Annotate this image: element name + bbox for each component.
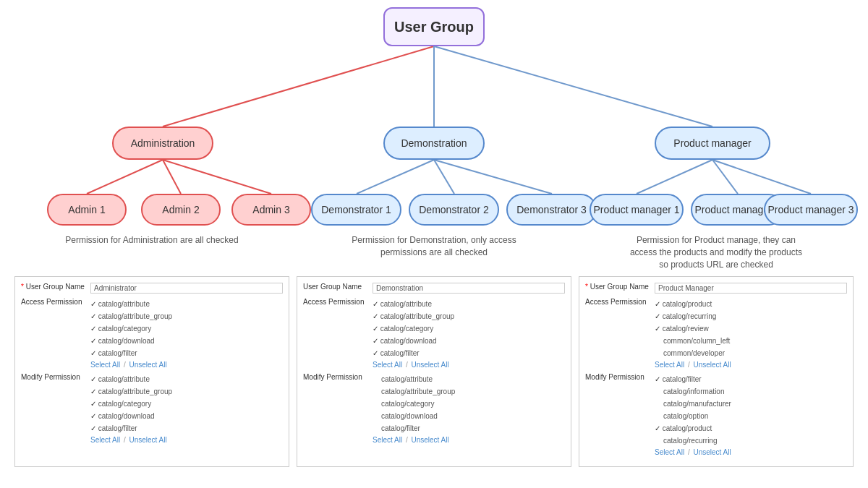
demo-access-label: Access Permission [303, 298, 368, 306]
pm-modify-items: catalog/filter catalog/information catal… [655, 373, 731, 447]
admin-modify-links: Select All / Unselect All [90, 436, 172, 444]
demo1-label: Demonstrator 1 [321, 204, 391, 215]
pm3-node[interactable]: Product manager 3 [764, 194, 858, 226]
svg-line-7 [434, 160, 454, 194]
demo-access-links: Select All / Unselect All [373, 361, 454, 369]
pm-access-links: Select All / Unselect All [655, 361, 731, 369]
demo-name-input[interactable]: Demonstration [373, 283, 565, 294]
demo2-label: Demonstrator 2 [419, 204, 488, 215]
demo-description: Permission for Demonstration, only acces… [297, 234, 571, 270]
admin3-label: Admin 3 [252, 204, 289, 215]
svg-line-4 [163, 160, 181, 194]
demo3-label: Demonstrator 3 [516, 204, 586, 215]
demo-node[interactable]: Demonstration [383, 127, 485, 160]
svg-line-9 [637, 160, 712, 194]
admin-label: Administration [131, 137, 195, 149]
pm-modify-label: Modify Permission [585, 373, 650, 381]
demo2-node[interactable]: Demonstrator 2 [409, 194, 499, 226]
admin-node[interactable]: Administration [112, 127, 213, 160]
pm-node[interactable]: Product manager [655, 127, 770, 160]
root-node[interactable]: User Group [383, 7, 485, 46]
demo-label: Demonstration [401, 137, 467, 149]
pm3-label: Product manager 3 [767, 204, 854, 215]
demo-modify-unselect-all[interactable]: Unselect All [411, 436, 448, 444]
svg-line-8 [434, 160, 552, 194]
admin-access-label: Access Permission [21, 298, 86, 306]
pm-name-label: User Group Name [585, 283, 650, 291]
admin-name-input[interactable]: Administrator [90, 283, 283, 294]
svg-line-11 [712, 160, 811, 194]
svg-line-5 [163, 160, 271, 194]
admin-modify-items: catalog/attribute catalog/attribute_grou… [90, 373, 172, 435]
admin-access-items: catalog/attribute catalog/attribute_grou… [90, 298, 172, 359]
svg-line-6 [357, 160, 434, 194]
svg-line-10 [712, 160, 738, 194]
admin-description: Permission for Administration are all ch… [14, 234, 289, 270]
admin-access-links: Select All / Unselect All [90, 361, 172, 369]
admin-access-unselect-all[interactable]: Unselect All [129, 361, 166, 369]
admin-modify-select-all[interactable]: Select All [90, 436, 120, 444]
pm-modify-unselect-all[interactable]: Unselect All [693, 448, 731, 456]
admin-card: User Group Name Administrator Access Per… [14, 276, 289, 467]
admin-modify-unselect-all[interactable]: Unselect All [129, 436, 166, 444]
demo-name-label: User Group Name [303, 283, 368, 291]
description-area: Permission for Administration are all ch… [0, 234, 868, 270]
demo-access-items: catalog/attribute catalog/attribute_grou… [373, 298, 454, 359]
demo1-node[interactable]: Demonstrator 1 [311, 194, 401, 226]
demo-modify-links: Select All / Unselect All [373, 436, 455, 444]
svg-line-3 [87, 160, 163, 194]
demo-access-select-all[interactable]: Select All [373, 361, 402, 369]
pm1-label: Product manager 1 [593, 204, 679, 215]
admin-name-label: User Group Name [21, 283, 86, 291]
admin-modify-label: Modify Permission [21, 373, 86, 381]
root-label: User Group [394, 19, 474, 35]
svg-line-0 [163, 46, 434, 127]
admin1-node[interactable]: Admin 1 [47, 194, 127, 226]
pm-label: Product manager [673, 137, 751, 149]
admin1-label: Admin 1 [68, 204, 105, 215]
pm-modify-links: Select All / Unselect All [655, 448, 731, 456]
pm1-node[interactable]: Product manager 1 [590, 194, 684, 226]
pm-description: Permission for Product manage, they cana… [579, 234, 854, 270]
demo-card: User Group Name Demonstration Access Per… [297, 276, 571, 467]
admin3-node[interactable]: Admin 3 [231, 194, 311, 226]
pm-access-select-all[interactable]: Select All [655, 361, 684, 369]
demo-modify-select-all[interactable]: Select All [373, 436, 402, 444]
diagram-area: User Group Administration Demonstration … [0, 0, 868, 231]
pm-name-input[interactable]: Product Manager [655, 283, 847, 294]
admin2-label: Admin 2 [162, 204, 199, 215]
demo-access-unselect-all[interactable]: Unselect All [411, 361, 448, 369]
admin-access-select-all[interactable]: Select All [90, 361, 120, 369]
demo-modify-label: Modify Permission [303, 373, 368, 381]
pm-access-label: Access Permission [585, 298, 650, 306]
pm-card: User Group Name Product Manager Access P… [579, 276, 854, 467]
pm-access-items: catalog/product catalog/recurring catalo… [655, 298, 731, 359]
pm-access-unselect-all[interactable]: Unselect All [693, 361, 731, 369]
demo-modify-items: catalog/attribute catalog/attribute_grou… [373, 373, 455, 435]
cards-area: User Group Name Administrator Access Per… [0, 270, 868, 467]
pm-modify-select-all[interactable]: Select All [655, 448, 684, 456]
demo3-node[interactable]: Demonstrator 3 [506, 194, 597, 226]
svg-line-2 [434, 46, 712, 127]
admin2-node[interactable]: Admin 2 [141, 194, 221, 226]
